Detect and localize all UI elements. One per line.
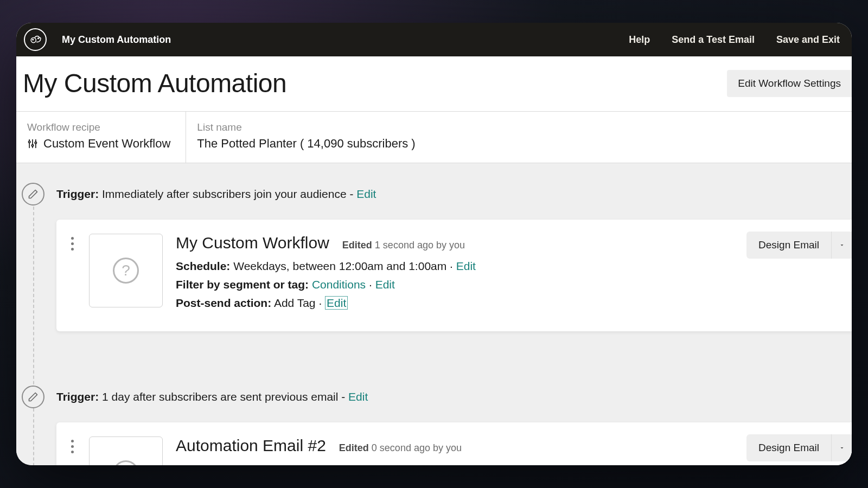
workflow-recipe-value: Custom Event Workflow (43, 137, 170, 151)
question-mark-icon: ? (113, 258, 139, 284)
workflow-meta: Workflow recipe Custom Event Workflow Li… (16, 112, 852, 163)
page-title: My Custom Automation (23, 68, 286, 98)
sliders-icon (27, 138, 38, 149)
svg-point-1 (33, 39, 34, 40)
workflow-recipe-cell: Workflow recipe Custom Event Workflow (16, 112, 186, 163)
edit-trigger-icon[interactable] (22, 386, 44, 408)
save-and-exit-link[interactable]: Save and Exit (776, 34, 840, 46)
post-send-line: Post-send action: Add Tag · Edit (176, 297, 839, 310)
email-thumbnail[interactable]: ? (89, 436, 163, 465)
design-email-dropdown-icon[interactable] (831, 434, 852, 461)
post-send-edit-link[interactable]: Edit (325, 296, 348, 310)
timeline-connector (33, 201, 34, 465)
email-card-menu-icon[interactable] (68, 436, 76, 465)
email-thumbnail[interactable]: ? (89, 234, 163, 307)
topbar-title: My Custom Automation (62, 34, 171, 46)
email-edited-meta: Edited 0 second ago by you (339, 442, 462, 454)
filter-edit-link[interactable]: Edit (375, 278, 395, 291)
email-card: ? My Custom Workflow Edited 1 second ago… (56, 220, 852, 331)
help-link[interactable]: Help (629, 34, 650, 46)
trigger-text: Trigger: 1 day after subscribers are sen… (56, 390, 368, 403)
email-card: ? Automation Email #2 Edited 0 second ag… (56, 422, 852, 465)
send-test-email-link[interactable]: Send a Test Email (672, 34, 755, 46)
mailchimp-logo-icon[interactable] (24, 28, 47, 51)
email-name: My Custom Workflow (176, 234, 329, 252)
svg-point-8 (35, 142, 36, 144)
trigger-edit-link[interactable]: Edit (356, 188, 376, 200)
edit-workflow-settings-button[interactable]: Edit Workflow Settings (727, 70, 852, 97)
email-edited-meta: Edited 1 second ago by you (342, 240, 465, 251)
email-name: Automation Email #2 (176, 436, 326, 455)
trigger-text: Trigger: Immediately after subscribers j… (56, 188, 376, 201)
svg-point-4 (29, 141, 30, 143)
schedule-edit-link[interactable]: Edit (456, 260, 476, 272)
topbar: My Custom Automation Help Send a Test Em… (16, 23, 852, 56)
trigger-edit-link[interactable]: Edit (348, 390, 368, 403)
app-window: My Custom Automation Help Send a Test Em… (16, 23, 852, 465)
svg-point-6 (31, 145, 33, 146)
design-email-label[interactable]: Design Email (746, 232, 831, 259)
svg-point-2 (38, 38, 39, 39)
design-email-label[interactable]: Design Email (746, 434, 831, 461)
conditions-link[interactable]: Conditions (312, 278, 366, 291)
design-email-button[interactable]: Design Email (746, 434, 852, 461)
edit-trigger-icon[interactable] (22, 183, 44, 206)
email-card-menu-icon[interactable] (68, 234, 76, 315)
schedule-line: Schedule: Weekdays, between 12:00am and … (176, 260, 839, 273)
filter-line: Filter by segment or tag: Conditions · E… (176, 278, 839, 291)
design-email-button[interactable]: Design Email (746, 232, 852, 259)
list-name-label: List name (197, 121, 837, 133)
trigger-row: Trigger: 1 day after subscribers are sen… (16, 386, 852, 408)
list-name-value: The Potted Planter ( 14,090 subscribers … (197, 137, 415, 151)
page-header: My Custom Automation Edit Workflow Setti… (16, 56, 852, 112)
question-mark-icon: ? (113, 460, 139, 465)
automation-timeline: Trigger: Immediately after subscribers j… (16, 163, 852, 465)
design-email-dropdown-icon[interactable] (831, 232, 852, 259)
trigger-row: Trigger: Immediately after subscribers j… (16, 183, 852, 206)
list-name-cell: List name The Potted Planter ( 14,090 su… (186, 112, 852, 163)
workflow-recipe-label: Workflow recipe (27, 121, 170, 133)
